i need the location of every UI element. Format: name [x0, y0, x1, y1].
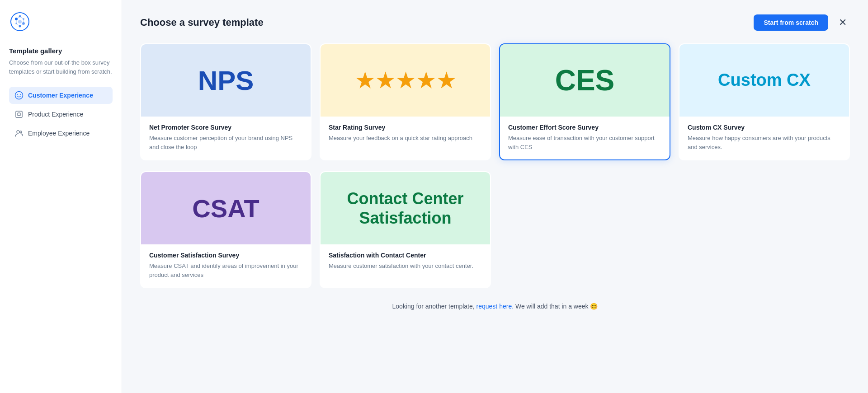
- customcx-card-title: Custom CX Survey: [688, 124, 841, 131]
- template-card-csat[interactable]: CSAT Customer Satisfaction Survey Measur…: [140, 171, 311, 288]
- star-1: ★: [356, 69, 373, 92]
- nps-visual: NPS: [141, 44, 311, 117]
- sidebar-section-desc: Choose from our out-of-the box survey te…: [9, 58, 113, 76]
- sidebar-nav: Customer Experience Product Experience: [9, 87, 113, 142]
- svg-rect-17: [16, 111, 22, 117]
- svg-line-11: [20, 23, 24, 26]
- nps-card-body: Net Promoter Score Survey Measure custom…: [141, 117, 311, 159]
- ces-card-desc: Measure ease of transaction with your cu…: [508, 134, 661, 151]
- contactcenter-card-body: Satisfaction with Contact Center Measure…: [321, 244, 490, 287]
- svg-point-19: [17, 131, 19, 133]
- svg-rect-18: [18, 113, 20, 116]
- sidebar-item-customer-experience[interactable]: Customer Experience: [9, 87, 113, 104]
- star-5: ★: [437, 69, 455, 92]
- svg-point-16: [20, 94, 21, 95]
- start-from-scratch-button[interactable]: Start from scratch: [754, 14, 828, 31]
- contactcenter-card-desc: Measure customer satisfaction with your …: [329, 262, 482, 271]
- svg-line-12: [16, 23, 20, 26]
- csat-card-title: Customer Satisfaction Survey: [149, 252, 302, 259]
- csat-card-body: Customer Satisfaction Survey Measure CSA…: [141, 244, 311, 287]
- star-3: ★: [396, 69, 414, 92]
- main-footer: Looking for another template, request he…: [140, 303, 850, 313]
- people-icon: [14, 129, 24, 138]
- contactcenter-visual: Contact CenterSatisfaction: [321, 172, 490, 244]
- star-card-desc: Measure your feedback on a quick star ra…: [329, 134, 482, 143]
- sidebar-item-employee-experience[interactable]: Employee Experience: [9, 125, 113, 142]
- template-card-nps[interactable]: NPS Net Promoter Score Survey Measure cu…: [140, 43, 311, 160]
- page-title: Choose a survey template: [140, 17, 264, 28]
- svg-point-7: [18, 20, 22, 23]
- template-card-star-rating[interactable]: ★ ★ ★ ★ ★ Star Rating Survey Measure you…: [320, 43, 491, 160]
- csat-visual: CSAT: [141, 172, 311, 244]
- star-2: ★: [376, 69, 394, 92]
- svg-point-15: [17, 94, 18, 95]
- template-card-ces[interactable]: CES Customer Effort Score Survey Measure…: [499, 43, 670, 160]
- template-grid-row2: CSAT Customer Satisfaction Survey Measur…: [140, 171, 850, 288]
- app-logo: [9, 11, 113, 34]
- ces-visual: CES: [500, 44, 670, 117]
- customcx-visual: Custom CX: [679, 44, 849, 117]
- square-icon: [14, 110, 24, 119]
- contactcenter-text: Contact CenterSatisfaction: [347, 189, 463, 228]
- customcx-text: Custom CX: [718, 70, 811, 91]
- ces-card-title: Customer Effort Score Survey: [508, 124, 661, 131]
- star-visual: ★ ★ ★ ★ ★: [321, 44, 490, 117]
- template-card-custom-cx[interactable]: Custom CX Custom CX Survey Measure how h…: [679, 43, 850, 160]
- star-4: ★: [417, 69, 434, 92]
- logo-icon: [9, 11, 31, 33]
- sidebar-section-title: Template gallery: [9, 47, 113, 55]
- header-actions: Start from scratch ✕: [754, 14, 850, 31]
- close-button[interactable]: ✕: [835, 15, 850, 30]
- star-card-title: Star Rating Survey: [329, 124, 482, 131]
- template-grid-row1: NPS Net Promoter Score Survey Measure cu…: [140, 43, 850, 160]
- footer-text-after: We will add that in a week 😊: [514, 303, 598, 310]
- main-header: Choose a survey template Start from scra…: [140, 14, 850, 31]
- nps-card-desc: Measure customer perception of your bran…: [149, 134, 302, 151]
- smiley-icon: [14, 91, 24, 100]
- template-card-contact-center[interactable]: Contact CenterSatisfaction Satisfaction …: [320, 171, 491, 288]
- customcx-card-desc: Measure how happy consumers are with you…: [688, 134, 841, 151]
- star-row: ★ ★ ★ ★ ★: [356, 69, 455, 92]
- csat-card-desc: Measure CSAT and identify areas of impro…: [149, 262, 302, 279]
- sidebar-item-label: Product Experience: [28, 111, 83, 118]
- sidebar: Template gallery Choose from our out-of-…: [0, 0, 122, 393]
- contactcenter-card-title: Satisfaction with Contact Center: [329, 252, 482, 259]
- csat-text: CSAT: [192, 194, 259, 223]
- nps-card-title: Net Promoter Score Survey: [149, 124, 302, 131]
- main-content: Choose a survey template Start from scra…: [122, 0, 868, 393]
- sidebar-item-product-experience[interactable]: Product Experience: [9, 106, 113, 123]
- footer-request-link[interactable]: request here.: [476, 303, 514, 310]
- svg-point-20: [20, 131, 22, 133]
- svg-point-14: [15, 92, 23, 99]
- sidebar-item-label: Customer Experience: [28, 92, 93, 99]
- svg-line-8: [16, 16, 20, 19]
- ces-text: CES: [555, 64, 615, 97]
- sidebar-item-label: Employee Experience: [28, 130, 90, 137]
- star-card-body: Star Rating Survey Measure your feedback…: [321, 117, 490, 159]
- nps-text: NPS: [198, 65, 254, 96]
- ces-card-body: Customer Effort Score Survey Measure eas…: [500, 117, 670, 159]
- footer-text-before: Looking for another template,: [392, 303, 476, 310]
- svg-line-9: [20, 16, 24, 19]
- customcx-card-body: Custom CX Survey Measure how happy consu…: [679, 117, 849, 159]
